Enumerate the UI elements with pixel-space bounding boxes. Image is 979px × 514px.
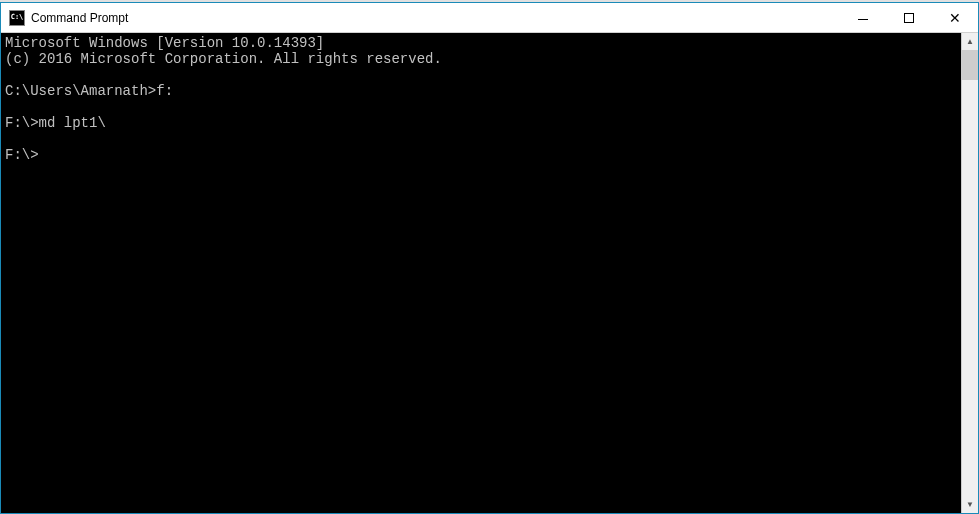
command-prompt-window: C:\ Command Prompt ✕ Microsoft Windows [… (0, 2, 979, 514)
terminal-line (5, 67, 957, 83)
maximize-icon (904, 13, 914, 23)
close-button[interactable]: ✕ (932, 3, 978, 32)
terminal-line: F:\> (5, 147, 957, 163)
terminal-line: F:\>md lpt1\ (5, 115, 957, 131)
app-icon: C:\ (9, 10, 25, 26)
maximize-button[interactable] (886, 3, 932, 32)
scroll-up-arrow-icon[interactable]: ▲ (962, 33, 978, 50)
scroll-down-arrow-icon[interactable]: ▼ (962, 496, 978, 513)
terminal-line (5, 99, 957, 115)
terminal-output[interactable]: Microsoft Windows [Version 10.0.14393](c… (1, 33, 961, 513)
minimize-icon (858, 19, 868, 20)
app-icon-text: C:\ (11, 14, 24, 21)
minimize-button[interactable] (840, 3, 886, 32)
terminal-line: (c) 2016 Microsoft Corporation. All righ… (5, 51, 957, 67)
content-area: Microsoft Windows [Version 10.0.14393](c… (1, 33, 978, 513)
scroll-track[interactable] (962, 50, 978, 496)
terminal-line (5, 131, 957, 147)
vertical-scrollbar[interactable]: ▲ ▼ (961, 33, 978, 513)
scroll-thumb[interactable] (962, 50, 978, 80)
terminal-line: C:\Users\Amarnath>f: (5, 83, 957, 99)
titlebar[interactable]: C:\ Command Prompt ✕ (1, 3, 978, 33)
window-title: Command Prompt (31, 11, 128, 25)
close-icon: ✕ (949, 11, 961, 25)
window-controls: ✕ (840, 3, 978, 32)
terminal-line: Microsoft Windows [Version 10.0.14393] (5, 35, 957, 51)
